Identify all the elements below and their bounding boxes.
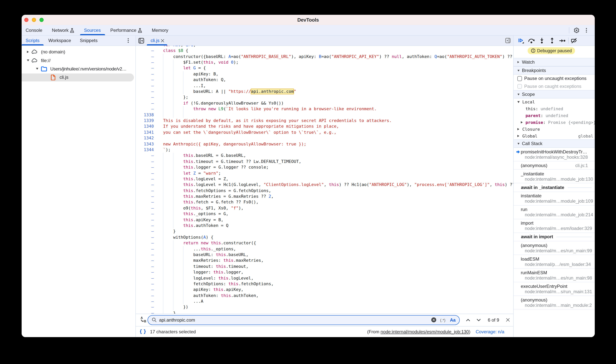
line-number[interactable]: – [136,246,154,252]
line-number[interactable]: – [136,299,154,304]
search-input[interactable]: api.anthropic.com (.*) Aa [147,315,460,325]
line-number[interactable]: – [136,281,154,287]
line-number[interactable]: – [136,153,154,159]
line-number[interactable]: – [136,293,154,299]
callstack-frame[interactable]: (anonymous)node:internal/m…main_module:2 [513,296,595,310]
deactivate-breakpoints-button[interactable] [569,36,579,45]
step-into-button[interactable] [536,36,547,45]
line-number[interactable]: – [136,100,154,106]
scope-arrow-slot[interactable] [521,121,526,123]
line-number[interactable]: – [136,83,154,89]
callstack-frame[interactable]: (anonymous)cli.js:1 [513,161,595,170]
line-number[interactable]: 1339 [136,118,154,124]
callstack-frame[interactable]: importnode:internal/m…esm/loader:329 [513,219,595,233]
scope-variable-promise[interactable]: promise:Promise {<pending>} [513,119,595,126]
line-number[interactable]: 1343 [136,141,154,147]
line-number[interactable]: – [136,269,154,275]
navigator-more-tabs-button[interactable] [123,36,133,45]
callstack-frame[interactable]: runMainESMnode:internal/m…es/run_main:98 [513,269,595,282]
line-number[interactable]: – [136,275,154,281]
section-scope[interactable]: Scope [513,90,595,98]
line-number[interactable]: 1340 [136,124,154,130]
scope-variable-this[interactable]: this:undefined [513,105,595,112]
checkbox[interactable] [517,84,522,89]
line-number[interactable]: – [136,287,154,293]
line-number[interactable]: – [136,48,154,54]
line-number[interactable]: – [136,54,154,59]
tree-item--no-domain-[interactable]: (no domain) [21,48,135,56]
line-number[interactable]: – [136,217,154,223]
main-tab-sources[interactable]: Sources [80,25,105,35]
callstack-frame[interactable]: instantiatenode:internal/m…module_job:10… [513,192,595,206]
callstack-frame[interactable]: (anonymous)node:internal/m…es/run_main:9… [513,241,595,255]
hide-navigator-button[interactable] [136,36,147,45]
navigator-tab-scripts[interactable]: Scripts [21,36,44,45]
close-window-button[interactable] [24,18,28,22]
line-number[interactable]: – [136,223,154,229]
close-find-bar-button[interactable] [504,316,512,324]
callstack-frame[interactable]: loadESMnode:internal/p…/esm_loader:34 [513,255,595,269]
line-number[interactable]: – [136,205,154,211]
editor-tab-cli-js[interactable]: cli.js [147,36,167,45]
main-tab-performance[interactable]: Performance [106,25,146,35]
scope-group-global[interactable]: Globalglobal [513,132,595,139]
regex-toggle-button[interactable]: (.*) [439,318,446,322]
line-number[interactable]: – [136,199,154,205]
line-number[interactable]: – [136,164,154,170]
step-over-button[interactable] [526,36,536,45]
line-number[interactable]: – [136,59,154,65]
tree-item-file-[interactable]: file:// [21,56,135,65]
line-number[interactable]: – [136,71,154,77]
line-number[interactable]: – [136,188,154,194]
coverage-link[interactable]: Coverage: n/a [476,329,504,335]
checkbox[interactable] [517,76,522,81]
scope-variable-parent[interactable]: parent:undefined [513,112,595,119]
line-number[interactable]: – [136,65,154,71]
minimize-window-button[interactable] [32,18,36,22]
scope-group-local[interactable]: Local [513,98,595,105]
line-number[interactable]: – [136,170,154,176]
line-number[interactable]: – [136,46,154,48]
step-button[interactable] [557,36,567,45]
scope-arrow-slot[interactable] [517,135,522,137]
line-number[interactable]: – [136,304,154,310]
tree-arrow-slot[interactable] [27,59,31,61]
close-tab-icon[interactable] [161,39,164,42]
tree-item-Users-jinhuilee-.nvm-versions-node-v2-[interactable]: Users/jinhuilee/.nvm/versions/node/v2… [21,65,135,73]
match-case-toggle-button[interactable]: Aa [449,318,456,322]
line-number[interactable]: – [136,240,154,246]
next-match-button[interactable] [475,316,483,324]
find-replace-toggle-button[interactable]: AB [140,316,147,324]
mapped-from-link[interactable]: node:internal/modules/esm/module_job:130 [381,329,469,335]
line-number[interactable]: – [136,182,154,188]
line-number[interactable]: – [136,106,154,112]
line-number[interactable]: – [136,258,154,264]
line-number[interactable]: – [136,194,154,199]
section-watch[interactable]: Watch [513,58,595,66]
source-code-viewer[interactable]: –var Xs0, $F1;–class $8 {– constructor({… [136,46,513,313]
fullscreen-window-button[interactable] [40,18,44,22]
line-number[interactable]: – [136,252,154,258]
line-number[interactable]: – [136,77,154,83]
step-out-button[interactable] [547,36,557,45]
line-number[interactable]: – [136,158,154,164]
line-number[interactable]: 1344 [136,147,154,153]
line-number[interactable]: 1341 [136,130,154,135]
settings-button[interactable] [572,25,581,35]
section-call-stack[interactable]: Call Stack [513,139,595,148]
main-tab-network[interactable]: Network [48,25,79,35]
callstack-frame[interactable]: executeUserEntryPointnode:internal/m…s/r… [513,282,595,296]
line-number[interactable]: – [136,229,154,234]
line-number[interactable]: – [136,89,154,94]
line-number[interactable]: – [136,310,154,313]
callstack-frame[interactable]: _instantiatenode:internal/m…module_job:1… [513,170,595,183]
line-number[interactable]: – [136,234,154,240]
tree-item-cli.js[interactable]: cli.js [21,73,135,82]
line-number[interactable]: – [136,264,154,270]
line-number[interactable]: – [136,211,154,217]
resume-button[interactable] [516,36,526,45]
pretty-print-button[interactable] [140,329,146,334]
navigator-tab-snippets[interactable]: Snippets [76,36,102,45]
line-number[interactable]: 1338 [136,112,154,118]
clear-search-button[interactable] [432,317,436,322]
